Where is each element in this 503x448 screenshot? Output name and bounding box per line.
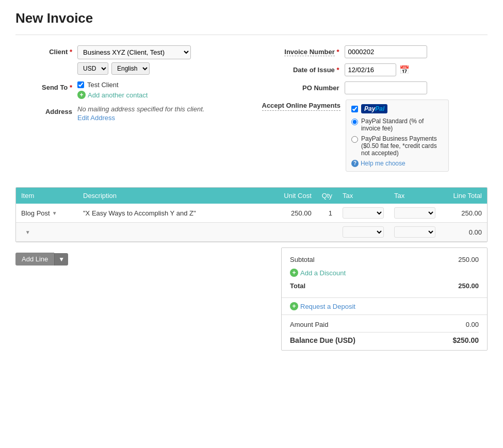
description-cell-empty[interactable]	[78, 223, 270, 242]
currency-select[interactable]: USD	[77, 62, 108, 75]
totals-area: Subtotal 250.00 + Add a Discount Total 2…	[281, 247, 488, 351]
accept-payments-label: Accept Online Payments	[262, 99, 346, 111]
line-total-cell-empty: 0.00	[441, 223, 487, 242]
help-icon: ?	[351, 160, 359, 167]
send-to-label: Send To *	[15, 81, 77, 91]
add-line-area: Add Line ▼	[15, 247, 271, 351]
amount-paid-row: Amount Paid 0.00	[290, 319, 479, 330]
invoice-number-input[interactable]	[345, 45, 427, 58]
invoice-table-wrapper: Item Description Unit Cost Qty Tax Tax L…	[15, 187, 488, 242]
deposit-row: + Request a Deposit	[282, 297, 487, 314]
client-label: Client *	[15, 45, 77, 56]
request-deposit-icon: +	[290, 302, 298, 310]
col-header-line-total: Line Total	[441, 188, 487, 204]
subtotal-row: Subtotal 250.00	[290, 253, 479, 266]
date-of-issue-input[interactable]	[345, 63, 396, 76]
balance-due-value: $250.00	[452, 336, 479, 344]
subtotal-label: Subtotal	[290, 256, 315, 263]
amount-paid-section: Amount Paid 0.00 Balance Due (USD) $250.…	[282, 314, 487, 350]
po-number-input[interactable]	[345, 81, 427, 94]
tax1-select-2[interactable]	[343, 226, 384, 238]
invoice-table: Item Description Unit Cost Qty Tax Tax L…	[16, 188, 487, 242]
add-contact-icon: +	[77, 91, 86, 99]
paypal-standard-label: PayPal Standard (% of invoice fee)	[361, 118, 443, 132]
page-title: New Invoice	[15, 10, 488, 26]
tax2-cell-empty[interactable]	[389, 223, 441, 242]
add-discount-link[interactable]: + Add a Discount	[290, 269, 346, 277]
add-line-button[interactable]: Add Line	[15, 253, 54, 266]
line-total-cell: 250.00	[441, 204, 487, 223]
date-of-issue-label: Date of Issue *	[262, 66, 345, 74]
item-cell[interactable]: Blog Post ▼	[16, 204, 78, 223]
edit-address-link[interactable]: Edit Address	[77, 114, 241, 122]
calendar-icon[interactable]: 📅	[399, 65, 410, 75]
client-select[interactable]: Business XYZ (Client, Test)	[77, 45, 191, 59]
tax2-select[interactable]	[394, 207, 435, 219]
total-row: Total 250.00	[290, 279, 479, 292]
language-select[interactable]: English	[111, 62, 150, 75]
po-number-label: PO Number	[262, 84, 345, 92]
total-value: 250.00	[458, 282, 479, 290]
request-deposit-link[interactable]: + Request a Deposit	[290, 302, 479, 310]
help-choose-link[interactable]: ? Help me choose	[351, 160, 443, 167]
add-line-button-group[interactable]: Add Line ▼	[15, 253, 271, 266]
bottom-area: Add Line ▼ Subtotal 250.00 + Add a Disco…	[15, 247, 488, 351]
paypal-business-label: PayPal Business Payments ($0.50 flat fee…	[361, 135, 443, 157]
totals-box: Subtotal 250.00 + Add a Discount Total 2…	[281, 247, 488, 351]
unit-cost-cell-empty[interactable]	[270, 223, 317, 242]
tax1-cell[interactable]	[337, 204, 389, 223]
paypal-box: PayPal PayPal Standard (% of invoice fee…	[346, 99, 449, 172]
add-discount-icon: +	[290, 269, 298, 277]
paypal-checkbox[interactable]	[351, 106, 358, 112]
tax2-cell[interactable]	[389, 204, 441, 223]
qty-cell[interactable]: 1	[317, 204, 337, 223]
address-text: No mailing address specified for this cl…	[77, 105, 204, 113]
item-dropdown-arrow-2[interactable]: ▼	[25, 229, 30, 235]
send-to-contact-name: Test Client	[87, 81, 119, 89]
invoice-number-label: Invoice Number *	[262, 48, 345, 56]
tax1-cell-empty[interactable]	[337, 223, 389, 242]
item-dropdown-arrow[interactable]: ▼	[52, 210, 57, 216]
col-header-qty: Qty	[317, 188, 337, 204]
table-row: Blog Post ▼ "X Easy Ways to Accomplish Y…	[16, 204, 487, 223]
item-cell-empty[interactable]: ▼	[16, 223, 78, 242]
col-header-unit-cost: Unit Cost	[270, 188, 317, 204]
balance-due-label: Balance Due (USD)	[290, 336, 355, 344]
add-contact-link[interactable]: + Add another contact	[77, 91, 241, 99]
amount-paid-value: 0.00	[466, 321, 479, 328]
discount-row: + Add a Discount	[290, 266, 479, 279]
col-header-tax2: Tax	[389, 188, 441, 204]
paypal-standard-radio[interactable]	[351, 119, 358, 125]
col-header-description: Description	[78, 188, 270, 204]
description-cell[interactable]: "X Easy Ways to Accomplish Y and Z"	[78, 204, 270, 223]
total-label: Total	[290, 282, 305, 290]
amount-paid-label: Amount Paid	[290, 321, 328, 328]
col-header-tax1: Tax	[337, 188, 389, 204]
add-line-dropdown-button[interactable]: ▼	[54, 253, 68, 266]
balance-due-row: Balance Due (USD) $250.00	[290, 335, 479, 346]
unit-cost-cell[interactable]: 250.00	[270, 204, 317, 223]
tax1-select[interactable]	[343, 207, 384, 219]
send-to-checkbox[interactable]	[77, 81, 84, 88]
qty-cell-empty[interactable]	[317, 223, 337, 242]
subtotal-value: 250.00	[458, 256, 479, 263]
col-header-item: Item	[16, 188, 78, 204]
paypal-business-radio[interactable]	[351, 136, 358, 143]
paypal-logo: PayPal	[361, 104, 387, 113]
table-row: ▼ 0.00	[16, 223, 487, 242]
invoice-number-field[interactable]	[345, 45, 427, 58]
tax2-select-2[interactable]	[394, 226, 435, 238]
address-label: Address	[15, 105, 77, 115]
